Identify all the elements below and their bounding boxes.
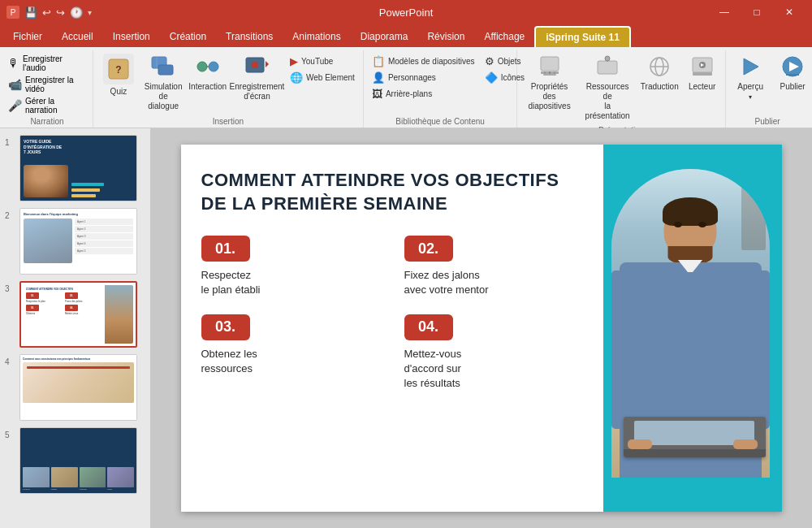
personnages-label: Personnages xyxy=(388,73,436,82)
btn-apercu[interactable]: Aperçu ▾ xyxy=(731,50,770,104)
icones-icon: 🔷 xyxy=(485,71,498,84)
toolbar-undo[interactable]: ↩ xyxy=(42,6,51,19)
badge-01: 01. xyxy=(201,236,250,262)
slide3-item-1: 01. Respectez le plan établi xyxy=(201,236,380,297)
youtube-label: YouTube xyxy=(301,57,333,66)
slide-image-3[interactable]: COMMENT ATTEINDRE VOS OBJECTIFS 01.Respe… xyxy=(19,281,137,348)
ressources-icon xyxy=(594,54,620,80)
svg-point-10 xyxy=(252,62,258,68)
slide-thumb-1: 1 VOTRE GUIDED'INTÉGRATION DE7 JOURS xyxy=(5,135,145,201)
btn-proprietes[interactable]: Propriétés desdiapositives xyxy=(522,50,577,115)
btn-interaction[interactable]: Interaction xyxy=(188,50,227,94)
bibliotheque-group-label: Bibliothèque de Contenu xyxy=(369,115,512,128)
btn-enregistrer-audio[interactable]: 🎙 Enregistrer l'audio xyxy=(6,54,88,73)
ribbon-group-narration: 🎙 Enregistrer l'audio 📹 Enregistrer la v… xyxy=(3,50,93,128)
btn-modeles[interactable]: 📋 Modèles de diapositives xyxy=(369,54,478,69)
ribbon: 🎙 Enregistrer l'audio 📹 Enregistrer la v… xyxy=(0,47,812,128)
tab-revision[interactable]: Révision xyxy=(417,26,474,47)
svg-point-5 xyxy=(197,62,207,71)
btn-youtube[interactable]: ▶ YouTube xyxy=(287,54,358,69)
slide-num-3: 3 xyxy=(5,281,15,293)
svg-point-18 xyxy=(605,56,610,61)
video-icon: 📹 xyxy=(8,78,22,91)
btn-personnages[interactable]: 👤 Personnages xyxy=(369,70,478,85)
audio-label: Enregistrer l'audio xyxy=(23,54,86,72)
slide-image-4[interactable]: Comment nous construisons nos principes … xyxy=(19,354,137,421)
slide1-content: VOTRE GUIDED'INTÉGRATION DE7 JOURS xyxy=(20,136,136,201)
btn-publier[interactable]: Publier xyxy=(773,50,812,94)
minimize-button[interactable]: — xyxy=(708,0,741,24)
item-04-text: Mettez-vous d'accord sur les résultats xyxy=(404,347,583,392)
toolbar-autosave[interactable]: 🕐 xyxy=(70,6,83,19)
web-icon: 🌐 xyxy=(290,71,303,84)
btn-enregistrer-video[interactable]: 📹 Enregistrer la vidéo xyxy=(6,75,88,94)
publier-content: Aperçu ▾ Publier xyxy=(731,50,804,115)
tab-animations[interactable]: Animations xyxy=(283,26,350,47)
slide1-title: VOTRE GUIDED'INTÉGRATION DE7 JOURS xyxy=(24,139,133,155)
simulation-icon xyxy=(150,54,176,80)
item-01-text: Respectez le plan établi xyxy=(201,268,380,297)
arrieres-label: Arrière-plans xyxy=(386,89,432,98)
btn-quiz[interactable]: ? Quiz xyxy=(98,50,139,99)
web-items: ▶ YouTube 🌐 Web Element xyxy=(287,50,358,85)
slide-thumb-5: 5 Contact Twitter LinkedIn Skills xyxy=(5,427,145,494)
slide-num-4: 4 xyxy=(5,354,15,366)
maximize-button[interactable]: □ xyxy=(741,0,773,24)
btn-enregistrement[interactable]: Enregistrementd'écran xyxy=(231,50,283,105)
slide3-title-thumb: COMMENT ATTEINDRE VOS OBJECTIFS xyxy=(26,288,102,291)
toolbar-redo[interactable]: ↪ xyxy=(56,6,65,19)
btn-traduction[interactable]: Traduction xyxy=(638,50,680,94)
toolbar-save[interactable]: 💾 xyxy=(24,6,37,19)
btn-lecteur[interactable]: Lecteur xyxy=(684,50,720,94)
slide4-title: Comment nous construisons nos principes … xyxy=(23,357,134,361)
btn-web-element[interactable]: 🌐 Web Element xyxy=(287,70,358,85)
tab-fichier[interactable]: Fichier xyxy=(3,26,52,47)
toolbar-more[interactable]: ▾ xyxy=(88,8,92,17)
slide-main: COMMENT ATTEINDRE VOS OBJECTIFS DE LA PR… xyxy=(150,128,812,528)
slide-image-5[interactable]: Contact Twitter LinkedIn Skills xyxy=(19,427,137,494)
tab-creation[interactable]: Création xyxy=(160,26,216,47)
badge-02: 02. xyxy=(404,236,453,262)
slide5-labels: Contact Twitter LinkedIn Skills xyxy=(23,488,134,491)
window-title: PowerPoint xyxy=(379,6,433,19)
tab-accueil[interactable]: Accueil xyxy=(52,26,103,47)
btn-ressources[interactable]: Ressources dela présentation xyxy=(580,50,636,124)
tab-transitions[interactable]: Transitions xyxy=(216,26,283,47)
tab-insertion[interactable]: Insertion xyxy=(103,26,160,47)
btn-arrieres[interactable]: 🖼 Arrière-plans xyxy=(369,86,478,102)
slide2-content: Bienvenue dans l'équipe marketing Agent … xyxy=(20,209,136,274)
proprietes-icon xyxy=(537,54,563,80)
ribbon-group-insertion: ? Quiz Simulationde dialogue xyxy=(95,50,364,128)
close-button[interactable]: ✕ xyxy=(773,0,806,24)
quiz-icon: ? xyxy=(103,54,134,84)
svg-text:?: ? xyxy=(115,64,121,76)
insertion-content: ? Quiz Simulationde dialogue xyxy=(98,50,358,115)
video-label: Enregistrer la vidéo xyxy=(25,76,86,93)
narration-content: 🎙 Enregistrer l'audio 📹 Enregistrer la v… xyxy=(6,50,88,115)
narration-items: 🎙 Enregistrer l'audio 📹 Enregistrer la v… xyxy=(6,50,88,115)
arrieres-icon: 🖼 xyxy=(372,88,382,100)
btn-simulation[interactable]: Simulationde dialogue xyxy=(142,50,185,115)
slide3-text-content: COMMENT ATTEINDRE VOS OBJECTIFS DE LA PR… xyxy=(181,145,603,512)
record-icon xyxy=(244,54,270,80)
badge-03: 03. xyxy=(201,314,250,340)
slide-thumb-2: 2 Bienvenue dans l'équipe marketing Agen… xyxy=(5,208,145,275)
slide3-items-grid: 01. Respectez le plan établi 02. Fixez d… xyxy=(201,236,583,391)
apercu-dropdown[interactable]: ▾ xyxy=(749,93,752,101)
svg-rect-17 xyxy=(598,61,617,74)
svg-rect-3 xyxy=(158,65,173,75)
tab-affichage[interactable]: Affichage xyxy=(474,26,534,47)
youtube-icon: ▶ xyxy=(290,55,298,67)
lecteur-label: Lecteur xyxy=(689,82,715,91)
slide-image-1[interactable]: VOTRE GUIDED'INTÉGRATION DE7 JOURS xyxy=(19,135,137,201)
btn-gerer-narration[interactable]: 🎤 Gérer la narration xyxy=(6,96,88,115)
svg-rect-16 xyxy=(543,74,556,76)
slide-image-2[interactable]: Bienvenue dans l'équipe marketing Agent … xyxy=(19,208,137,275)
slide3-item-4: 04. Mettez-vous d'accord sur les résulta… xyxy=(404,314,583,392)
interaction-icon xyxy=(195,54,221,80)
presentation-content: Propriétés desdiapositives Ressources de… xyxy=(522,50,720,124)
tab-diaporama[interactable]: Diaporama xyxy=(351,26,418,47)
tab-ispring[interactable]: iSpring Suite 11 xyxy=(534,26,631,47)
insertion-group-label: Insertion xyxy=(98,115,358,128)
title-bar-left: P 💾 ↩ ↪ 🕐 ▾ xyxy=(6,6,92,19)
